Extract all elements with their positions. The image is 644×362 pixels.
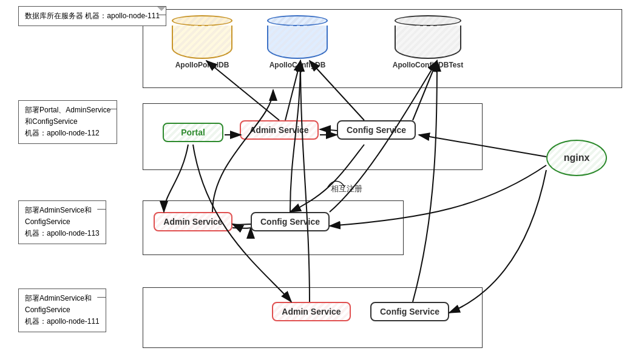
- service-config-113: Config Service: [251, 212, 330, 231]
- service-admin-111b: Admin Service: [272, 302, 351, 321]
- service-portal: Portal: [163, 123, 223, 142]
- db-label-config: ApolloConfigDB: [269, 61, 326, 69]
- note-111b-text: 部署AdminService和ConfigService机器：apollo-no…: [25, 294, 100, 326]
- note-db-line1: 数据库所在服务器 机器：apollo-node-111: [25, 12, 160, 20]
- service-admin-111b-label: Admin Service: [282, 307, 341, 316]
- service-config-111b: Config Service: [370, 302, 449, 321]
- service-admin-112-label: Admin Service: [249, 125, 308, 135]
- nginx-label: nginx: [564, 152, 590, 163]
- diagram-container: 数据库所在服务器 机器：apollo-node-111 部署Portal、Adm…: [0, 0, 644, 362]
- cylinder-apolloconfigdb: ApolloConfigDB: [267, 15, 328, 59]
- service-admin-113: Admin Service: [154, 212, 232, 231]
- cylinder-apolloportaldb: ApolloPortalDB: [172, 15, 232, 59]
- note-112-text: 部署Portal、AdminService和ConfigService机器：ap…: [25, 106, 110, 137]
- service-config-113-label: Config Service: [260, 217, 320, 227]
- service-admin-112: Admin Service: [240, 120, 319, 140]
- note-112: 部署Portal、AdminService和ConfigService机器：ap…: [18, 100, 117, 144]
- service-config-112: Config Service: [337, 120, 416, 140]
- db-label-portal: ApolloPortalDB: [175, 61, 229, 69]
- cylinder-apolloconfigdbtest: ApolloConfigDBTest: [395, 15, 461, 59]
- service-config-111b-label: Config Service: [380, 307, 439, 316]
- note-113-text: 部署AdminService和ConfigService机器：apollo-no…: [25, 206, 100, 237]
- service-portal-label: Portal: [181, 128, 205, 137]
- mutual-reg-label: 相互注册: [331, 183, 362, 194]
- service-admin-113-label: Admin Service: [163, 217, 222, 227]
- note-db-server: 数据库所在服务器 机器：apollo-node-111: [18, 6, 166, 26]
- service-config-112-label: Config Service: [347, 125, 406, 135]
- nginx-service: nginx: [546, 140, 607, 176]
- db-label-configtest: ApolloConfigDBTest: [393, 61, 463, 69]
- note-111b: 部署AdminService和ConfigService机器：apollo-no…: [18, 289, 106, 332]
- note-113: 部署AdminService和ConfigService机器：apollo-no…: [18, 200, 106, 244]
